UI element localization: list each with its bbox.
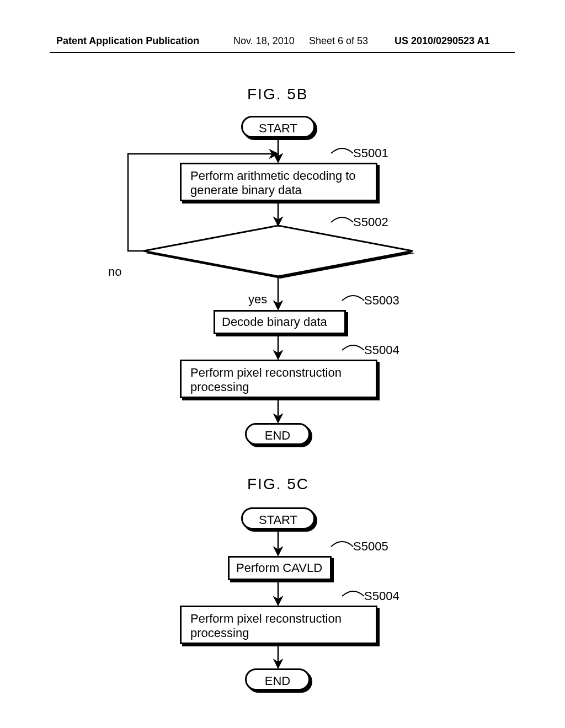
figure-5c-title: FIG. 5C (247, 475, 309, 493)
fig5b-step-s5003-label: S5003 (364, 293, 399, 308)
fig5c-step-s5005-text: Perform CAVLD (236, 561, 322, 575)
start-label-5c: START (259, 513, 297, 527)
publication-number: US 2010/0290523 A1 (395, 35, 489, 47)
patent-figure-page: Patent Application Publication Nov. 18, … (0, 0, 565, 728)
fig5c-step-s5004-box: Perform pixel reconstruction processing (180, 606, 377, 644)
fig5b-step-s5003-text: Decode binary data (222, 315, 327, 329)
fig5c-start-terminator: START (241, 507, 315, 529)
fig5b-decision-yes-label: yes (248, 292, 267, 307)
fig5c-step-s5004-label: S5004 (364, 589, 399, 603)
fig5b-step-s5002-label: S5002 (353, 215, 388, 229)
fig5b-start-terminator: START (241, 116, 315, 138)
sheet-number: Sheet 6 of 53 (309, 35, 368, 47)
fig5b-step-s5001-box: Perform arithmetic decoding to generate … (180, 163, 377, 201)
fig5b-end-terminator: END (245, 423, 310, 445)
decision-line3: unit ready? (248, 259, 308, 273)
fig5b-step-s5003-box: Decode binary data (214, 310, 346, 334)
end-label-5c: END (265, 674, 290, 688)
start-label: START (259, 121, 297, 135)
fig5b-step-s5001-label: S5001 (353, 146, 388, 160)
fig5c-step-s5005-box: Perform CAVLD (228, 556, 332, 580)
fig5c-step-s5005-label: S5005 (353, 539, 388, 554)
fig5c-end-terminator: END (245, 668, 310, 690)
fig5b-step-s5004-label: S5004 (364, 343, 399, 357)
page-header: Patent Application Publication Nov. 18, … (0, 35, 565, 52)
figure-5b-title: FIG. 5B (247, 85, 308, 103)
fig5b-decision-no-label: no (108, 265, 121, 279)
header-rule (50, 52, 515, 53)
publication-date: Nov. 18, 2010 (233, 35, 295, 47)
fig5b-step-s5004-text: Perform pixel reconstruction processing (190, 366, 342, 394)
decision-line2: equivalent to predetermined data (189, 245, 367, 259)
fig5c-step-s5004-text: Perform pixel reconstruction processing (190, 612, 342, 640)
end-label: END (265, 429, 290, 442)
fig5b-decision-s5002-text: Binary data equivalent to predetermined … (156, 231, 401, 274)
decision-line1: Binary data (247, 231, 308, 244)
publication-type: Patent Application Publication (56, 35, 199, 47)
fig5b-step-s5001-text: Perform arithmetic decoding to generate … (190, 169, 356, 197)
fig5b-step-s5004-box: Perform pixel reconstruction processing (180, 360, 377, 398)
